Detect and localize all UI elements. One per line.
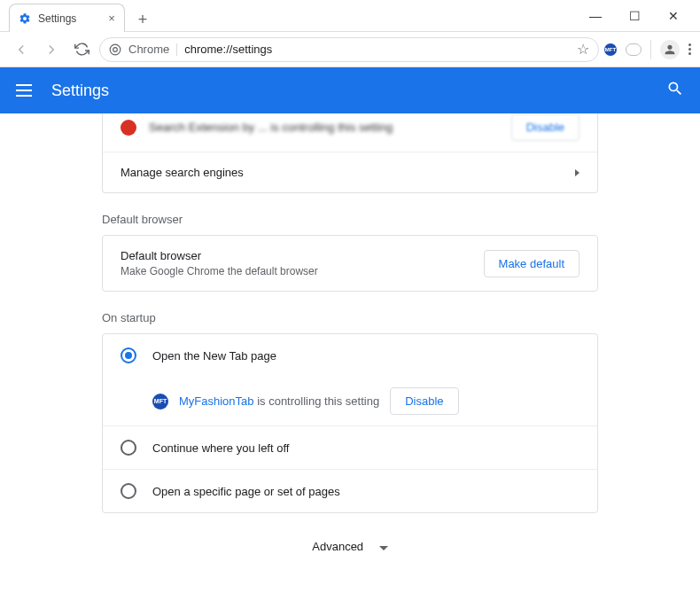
svg-point-0 <box>110 44 121 55</box>
search-engine-card: Search Extension by ... is controlling t… <box>102 113 598 193</box>
startup-option-label: Open a specific page or set of pages <box>152 485 340 498</box>
bookmark-star-icon[interactable]: ☆ <box>577 41 589 58</box>
browser-tab[interactable]: Settings × <box>9 4 125 32</box>
profile-button[interactable] <box>660 40 680 59</box>
controlling-extension-suffix: is controlling this setting <box>254 394 380 408</box>
make-default-button[interactable]: Make default <box>484 250 579 277</box>
chevron-right-icon <box>575 169 579 176</box>
window-maximize-button[interactable]: ☐ <box>615 4 654 28</box>
startup-card: Open the New Tab page MFT MyFashionTab i… <box>102 333 598 513</box>
back-button[interactable] <box>9 37 34 62</box>
tab-title: Settings <box>38 12 76 25</box>
startup-option-new-tab[interactable]: Open the New Tab page <box>103 334 597 377</box>
extension-icon-generic[interactable] <box>626 43 642 56</box>
extension-warning-icon <box>121 120 136 136</box>
advanced-label: Advanced <box>312 540 363 553</box>
new-tab-button[interactable]: + <box>130 7 155 32</box>
startup-section-label: On startup <box>102 311 598 324</box>
window-close-button[interactable]: ✕ <box>654 4 693 28</box>
radio-icon-unchecked <box>121 483 136 499</box>
extension-badge-icon: MFT <box>152 394 168 410</box>
settings-header: Settings <box>0 67 700 113</box>
page-title: Settings <box>51 82 666 100</box>
startup-option-label: Continue where you left off <box>152 441 289 455</box>
tab-close-icon[interactable]: × <box>108 12 115 25</box>
gear-icon <box>19 12 31 25</box>
startup-option-specific-pages[interactable]: Open a specific page or set of pages <box>103 469 597 512</box>
default-browser-title: Default browser <box>121 249 318 262</box>
search-button[interactable] <box>666 80 684 101</box>
manage-search-engines-label: Manage search engines <box>121 166 244 179</box>
search-extension-control-text: Search Extension by ... is controlling t… <box>149 121 393 134</box>
disable-extension-search-button[interactable]: Disable <box>511 113 579 141</box>
search-extension-control-row: Search Extension by ... is controlling t… <box>103 113 597 152</box>
window-minimize-button[interactable]: — <box>576 4 615 28</box>
reload-button[interactable] <box>69 37 94 62</box>
omnibox-divider <box>176 43 177 56</box>
disable-extension-startup-button[interactable]: Disable <box>390 387 458 415</box>
forward-button[interactable] <box>39 37 64 62</box>
settings-content: Search Extension by ... is controlling t… <box>0 113 700 593</box>
startup-option-label: Open the New Tab page <box>152 349 276 363</box>
radio-icon-unchecked <box>121 440 136 456</box>
default-browser-card: Default browser Make Google Chrome the d… <box>102 235 598 292</box>
advanced-toggle[interactable]: Advanced <box>0 540 700 553</box>
controlling-extension-link[interactable]: MyFashionTab <box>179 394 254 408</box>
omnibox-url: chrome://settings <box>184 43 272 56</box>
address-bar[interactable]: Chrome chrome://settings ☆ <box>99 37 599 62</box>
startup-option-continue[interactable]: Continue where you left off <box>103 425 597 469</box>
radio-icon-checked <box>121 347 136 363</box>
svg-point-1 <box>113 47 118 51</box>
startup-controlled-notice: MFT MyFashionTab is controlling this set… <box>103 377 597 425</box>
browser-toolbar: Chrome chrome://settings ☆ MFT <box>0 32 700 67</box>
default-browser-subtitle: Make Google Chrome the default browser <box>121 265 318 277</box>
kebab-menu-button[interactable] <box>688 43 691 55</box>
chrome-scheme-icon <box>109 43 121 56</box>
hamburger-menu-button[interactable] <box>16 84 32 97</box>
extension-icon-myfashiontab[interactable]: MFT <box>604 43 617 56</box>
toolbar-divider <box>650 40 651 59</box>
manage-search-engines-row[interactable]: Manage search engines <box>103 152 597 192</box>
omnibox-scheme-label: Chrome <box>128 43 169 56</box>
default-browser-section-label: Default browser <box>102 213 598 226</box>
chevron-down-icon <box>379 546 388 550</box>
